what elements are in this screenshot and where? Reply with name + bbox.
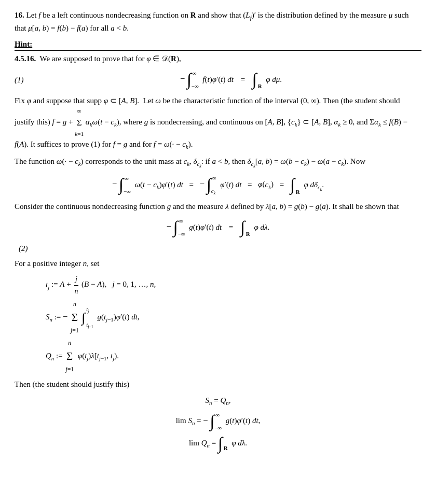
- positive-integer-para: For a positive integer n, set: [15, 258, 421, 270]
- equation-1: (1) − ∫ ∞ −∞ f(t)φ′(t) dt = ∫ R φ dμ.: [15, 69, 421, 90]
- unit-mass-eq: − ∫ ∞ −∞ ω(t − ck)φ′(t) dt = − ∫ ∞ ck φ′…: [15, 174, 421, 197]
- fix-phi-para: Fix φ and suppose that supp φ ⊂ [A, B]. …: [15, 95, 421, 151]
- hint-label: Hint:: [15, 38, 421, 50]
- equation-2-label: (2): [19, 243, 421, 255]
- g-equation: − ∫ ∞ −∞ g(t)φ′(t) dt = ∫ R φ dλ.: [15, 217, 421, 238]
- section-intro: 4.5.16. We are supposed to prove that fo…: [15, 53, 421, 65]
- lim-sn: lim Sn = − ∫ ∞ −∞ g(t)φ′(t) dt,: [15, 411, 421, 432]
- problem-statement: 16. Let f be a left continuous nondecrea…: [15, 9, 421, 34]
- page-content: 16. Let f be a left continuous nondecrea…: [15, 9, 421, 452]
- problem-number: 16.: [15, 11, 24, 19]
- sn-qn: Sn = Qn,: [15, 395, 421, 408]
- then-para: Then (the student should justify this): [15, 379, 421, 390]
- unit-mass-para: The function ω(· − ck) corresponds to th…: [15, 156, 421, 170]
- consider-para: Consider the continuous nondecreasing fu…: [15, 201, 421, 213]
- lim-qn: lim Qn = ∫ R φ dλ.: [15, 435, 421, 452]
- tj-def: tj := A + jn (B − A), j = 0, 1, …, n, Sn…: [46, 274, 421, 374]
